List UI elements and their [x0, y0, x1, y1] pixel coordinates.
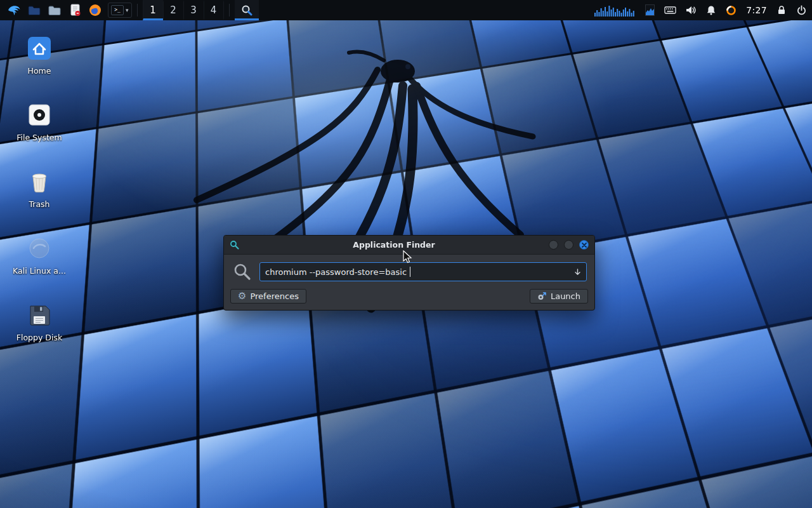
volume-icon[interactable]: [686, 5, 697, 15]
workspace-1[interactable]: 1: [143, 0, 163, 20]
separator: [229, 4, 230, 17]
workspace-3[interactable]: 3: [183, 0, 204, 20]
search-input-value: chromium --password-store=basic: [265, 267, 409, 277]
notifications-bell-icon[interactable]: [706, 5, 716, 15]
terminal-launcher[interactable]: >_ ▾: [108, 3, 132, 18]
text-editor-launcher[interactable]: [66, 0, 84, 20]
keyboard-icon[interactable]: [664, 6, 676, 15]
panel-right: 7:27: [594, 0, 807, 20]
lock-icon[interactable]: [776, 5, 787, 15]
window-controls: [549, 240, 589, 250]
dropdown-arrow-icon[interactable]: [574, 269, 581, 276]
preferences-button[interactable]: ⚙ Preferences: [230, 289, 306, 304]
text-caret: [410, 267, 410, 277]
file-system-icon: [25, 101, 53, 129]
search-input[interactable]: chromium --password-store=basic: [259, 262, 587, 281]
text-editor-icon: [69, 4, 81, 17]
workspace-2[interactable]: 2: [163, 0, 183, 20]
titlebar[interactable]: Application Finder: [224, 236, 594, 255]
dialog-body: chromium --password-store=basic: [224, 255, 594, 284]
desktop-icon-column: Home File System Trash Kali Linux a...: [9, 34, 70, 342]
desktop-icon-label: Kali Linux a...: [13, 266, 66, 276]
preferences-label: Preferences: [250, 291, 298, 301]
home-icon: [25, 34, 53, 62]
cpu-graph-icon: [645, 4, 655, 16]
launch-label: Launch: [551, 291, 580, 301]
magnifier-icon: [241, 4, 252, 16]
kali-menu-icon: [7, 3, 21, 17]
launch-button[interactable]: Launch: [530, 289, 588, 304]
trash-icon: [25, 168, 53, 196]
close-button[interactable]: [579, 240, 589, 250]
desktop-icon-file-system[interactable]: File System: [9, 101, 70, 142]
documents-launcher[interactable]: [46, 0, 63, 20]
terminal-prompt-glyph: >_: [114, 8, 121, 13]
desktop-icon-label: Trash: [29, 199, 49, 209]
chevron-down-icon[interactable]: ▾: [126, 7, 129, 13]
terminal-icon: >_: [111, 5, 124, 15]
desktop-icon-label: Floppy Disk: [16, 333, 62, 342]
firefox-icon: [89, 4, 102, 17]
desktop-icon-floppy-disk[interactable]: Floppy Disk: [9, 301, 70, 342]
kali-docs-icon: [25, 234, 53, 262]
taskbar-appfinder-button[interactable]: [235, 0, 259, 20]
top-panel: >_ ▾ 1 2 3 4: [0, 0, 812, 20]
workspace-4[interactable]: 4: [204, 0, 224, 20]
floppy-disk-icon: [25, 301, 53, 329]
maximize-button[interactable]: [564, 240, 573, 250]
desktop-icon-label: File System: [16, 133, 62, 142]
file-manager-launcher[interactable]: [25, 0, 43, 20]
search-icon: [233, 262, 252, 281]
desktop-icon-label: Home: [28, 66, 51, 76]
gear-icon: ⚙: [238, 291, 246, 301]
desktop-icon-home[interactable]: Home: [9, 34, 70, 76]
button-row: ⚙ Preferences Launch: [224, 284, 594, 310]
appfinder-icon: [230, 240, 239, 250]
firefox-launcher[interactable]: [86, 0, 104, 20]
desktop-icon-trash[interactable]: Trash: [9, 168, 70, 209]
application-finder-window: Application Finder chromium --password-s…: [223, 235, 595, 311]
status-indicator-icon[interactable]: [726, 5, 737, 16]
power-icon[interactable]: [796, 5, 807, 16]
separator: [137, 4, 138, 17]
applications-menu-button[interactable]: [5, 0, 23, 20]
clock[interactable]: 7:27: [746, 5, 767, 15]
audio-visualizer: [594, 4, 636, 17]
window-title: Application Finder: [244, 240, 544, 250]
launch-icon: [537, 291, 547, 301]
desktop-icon-kali-docs[interactable]: Kali Linux a...: [9, 234, 70, 276]
minimize-button[interactable]: [549, 240, 558, 250]
folder-light-icon: [48, 5, 61, 16]
close-icon: [582, 243, 587, 248]
panel-left: >_ ▾ 1 2 3 4: [5, 0, 259, 20]
workspace-switcher: 1 2 3 4: [143, 0, 224, 20]
folder-dark-icon: [28, 5, 41, 16]
